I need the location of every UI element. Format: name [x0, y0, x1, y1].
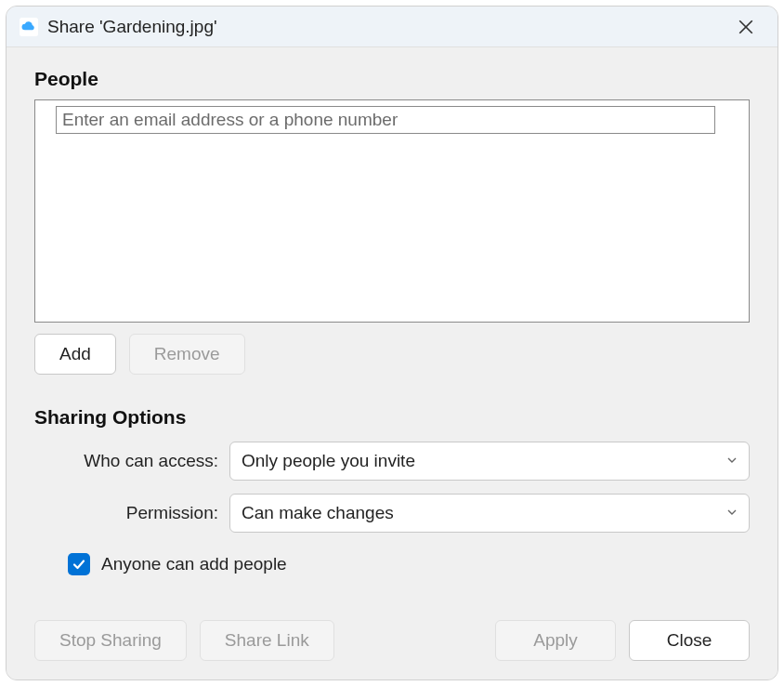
- sharing-options-heading: Sharing Options: [34, 406, 750, 429]
- permission-label: Permission:: [34, 503, 229, 523]
- close-button[interactable]: Close: [629, 620, 750, 661]
- permission-row: Permission: Can make changes: [34, 494, 750, 533]
- close-icon[interactable]: [727, 8, 764, 46]
- window-title: Share 'Gardening.jpg': [47, 17, 727, 37]
- people-buttons-row: Add Remove: [34, 334, 750, 375]
- cloud-icon: [20, 18, 38, 36]
- footer-spacer: [347, 620, 482, 661]
- stop-sharing-button[interactable]: Stop Sharing: [34, 620, 187, 661]
- dialog-footer: Stop Sharing Share Link Apply Close: [34, 601, 750, 661]
- anyone-can-add-row: Anyone can add people: [34, 553, 750, 575]
- dialog-content: People Add Remove Sharing Options Who ca…: [7, 47, 777, 679]
- share-dialog: Share 'Gardening.jpg' People Add Remove …: [6, 6, 778, 680]
- people-list-box: [34, 99, 750, 323]
- who-can-access-select[interactable]: Only people you invite: [229, 442, 750, 481]
- add-button[interactable]: Add: [34, 334, 116, 375]
- titlebar: Share 'Gardening.jpg': [7, 7, 777, 47]
- people-heading: People: [34, 68, 750, 90]
- anyone-can-add-label: Anyone can add people: [101, 554, 287, 574]
- people-input[interactable]: [56, 106, 715, 134]
- permission-value: Can make changes: [242, 503, 394, 523]
- who-can-access-row: Who can access: Only people you invite: [34, 442, 750, 481]
- anyone-can-add-checkbox[interactable]: [68, 553, 90, 575]
- sharing-options-section: Sharing Options Who can access: Only peo…: [34, 406, 750, 575]
- chevron-down-icon: [726, 453, 738, 469]
- who-can-access-label: Who can access:: [34, 451, 229, 471]
- who-can-access-value: Only people you invite: [242, 451, 415, 471]
- remove-button[interactable]: Remove: [129, 334, 245, 375]
- apply-button[interactable]: Apply: [495, 620, 616, 661]
- share-link-button[interactable]: Share Link: [200, 620, 334, 661]
- chevron-down-icon: [726, 505, 738, 521]
- permission-select[interactable]: Can make changes: [229, 494, 750, 533]
